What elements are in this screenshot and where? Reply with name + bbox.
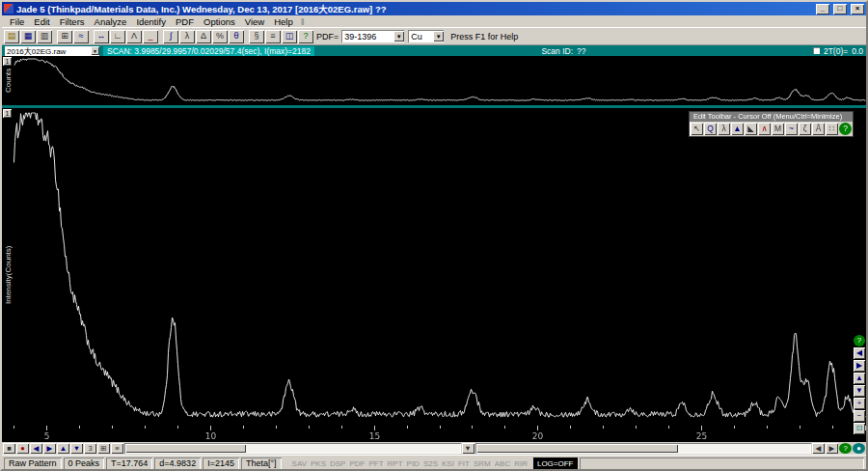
menu-filters[interactable]: Filters	[55, 16, 90, 27]
menu-help[interactable]: Help	[269, 16, 298, 27]
print-icon[interactable]: ▥	[37, 30, 52, 43]
toggle-srm[interactable]: SRM	[473, 459, 492, 468]
minimize-button[interactable]: _	[816, 4, 829, 14]
chevron-down-icon[interactable]: ▼	[433, 31, 444, 42]
edit-toolbar-window[interactable]: Edit Toolbar - Cursor Off (Menu/Ctrl=Min…	[690, 112, 853, 136]
area-fill-icon[interactable]: ◣	[745, 123, 757, 135]
overview-chart-canvas[interactable]	[14, 56, 866, 105]
smooth-icon[interactable]: ∫	[163, 30, 178, 43]
menu-options[interactable]: Options	[199, 16, 240, 27]
maximize-button[interactable]: □	[833, 4, 847, 14]
menu-dock-handle[interactable]: ‖	[298, 16, 308, 27]
scroll-right-icon[interactable]: ▶	[826, 443, 838, 454]
list-icon[interactable]: ≡	[111, 443, 123, 454]
edit-help-icon[interactable]: ?	[839, 123, 852, 135]
lambda-strip-icon[interactable]: λ	[718, 123, 730, 135]
report-icon[interactable]: ≡	[265, 30, 281, 43]
expand-down-icon[interactable]: ▼	[70, 443, 83, 454]
toggle-fit[interactable]: FIT	[457, 459, 471, 468]
menu-analyze[interactable]: Analyze	[90, 16, 132, 27]
chevron-down-icon[interactable]: ▼	[91, 46, 99, 55]
title-bar[interactable]: Jade 5 (Thinkpad/Materials Data, Inc.) W…	[2, 2, 866, 15]
record-icon[interactable]: ●	[16, 443, 29, 454]
save-icon[interactable]: ▦	[20, 30, 36, 43]
toggle-rir[interactable]: RIR	[513, 459, 529, 468]
stop-icon[interactable]: ■	[3, 443, 15, 454]
file-combobox[interactable]: 2016大02EG.raw ▼	[5, 46, 99, 56]
menu-pdf[interactable]: PDF	[171, 16, 199, 27]
angstrom-icon[interactable]: Å	[812, 123, 825, 135]
peak-label-icon[interactable]: ▲	[731, 123, 744, 135]
toggle-s2s[interactable]: S2S	[422, 459, 439, 468]
profile-fit-icon[interactable]: ∧	[758, 123, 771, 135]
edit-toolbar-title[interactable]: Edit Toolbar - Cursor Off (Menu/Ctrl=Min…	[690, 112, 853, 122]
grid-icon[interactable]: ∷	[826, 123, 838, 135]
pan-up-icon[interactable]: ▲	[854, 373, 865, 384]
background-fit-icon[interactable]: _	[143, 30, 158, 43]
horizontal-scrollbar[interactable]	[124, 443, 461, 454]
zoom-range-icon[interactable]: ↔	[94, 30, 109, 43]
delta-icon[interactable]: Δ	[196, 30, 211, 43]
zoom-mode-icon[interactable]: Q	[704, 123, 717, 135]
full-scale-icon[interactable]: ⊡	[854, 423, 865, 434]
multi-peak-icon[interactable]: M	[772, 123, 784, 135]
chart-help-icon[interactable]: ?	[854, 335, 865, 346]
log-scale-toggle[interactable]: LOG=OFF	[533, 457, 578, 470]
pan-right-icon[interactable]: ▶	[854, 360, 865, 372]
k-alpha2-icon[interactable]: λ	[179, 30, 195, 43]
live-help-icon[interactable]: ?	[839, 443, 852, 454]
percent-icon[interactable]: %	[212, 30, 228, 43]
two-theta-zero-checkbox[interactable]	[813, 47, 820, 54]
scroll-left-icon[interactable]: ◀	[812, 443, 825, 454]
chevron-down-icon[interactable]: ▼	[393, 31, 404, 42]
scan-id-value[interactable]: ??	[577, 46, 585, 56]
toolbar-help-icon[interactable]: ?	[298, 30, 313, 43]
anode-combobox[interactable]: Cu ▼	[408, 30, 444, 42]
zoom-scrollbar-thumb[interactable]	[476, 444, 678, 453]
toggle-pks[interactable]: PKS	[310, 459, 327, 468]
step-left-icon[interactable]: ◀	[30, 443, 42, 454]
pdf-database-icon[interactable]: ◫	[282, 30, 297, 43]
main-pane-marker[interactable]: 1	[3, 109, 12, 118]
toggle-abc[interactable]: ABC	[494, 459, 511, 468]
toggle-rpt[interactable]: RPT	[387, 459, 404, 468]
zoom-scrollbar[interactable]	[475, 443, 812, 454]
axes-scale-icon[interactable]: ∟	[110, 30, 125, 43]
peak-find-icon[interactable]: Λ	[126, 30, 142, 43]
two-theta-zero-value[interactable]: 0.0	[852, 46, 863, 56]
toggle-pft[interactable]: PFT	[367, 459, 384, 468]
toggle-ksi[interactable]: KSI	[441, 459, 455, 468]
pan-down-icon[interactable]: ▼	[854, 385, 865, 397]
toggle-pid[interactable]: PID	[406, 459, 420, 468]
pdf-number-combobox[interactable]: 39-1396 ▼	[341, 30, 404, 42]
pan-left-icon[interactable]: ◀	[854, 347, 865, 359]
zoom-in-icon[interactable]: +	[854, 398, 865, 409]
step-right-icon[interactable]: ▶	[43, 443, 56, 454]
refresh-icon[interactable]: ●	[853, 443, 865, 454]
scroll-dropdown-icon[interactable]: ▼	[462, 443, 475, 454]
three-pane-icon[interactable]: 3	[84, 443, 96, 454]
open-file-icon[interactable]: ▤	[4, 30, 19, 43]
scan-parameters-text: SCAN: 3.9985/29.9957/0.02029/57.4(sec), …	[103, 46, 314, 56]
wave-icon[interactable]: ~	[785, 123, 798, 135]
theta-icon[interactable]: θ	[229, 30, 244, 43]
zeta-icon[interactable]: ζ	[799, 123, 811, 135]
expand-up-icon[interactable]: ▲	[57, 443, 69, 454]
toggle-sav[interactable]: SAV	[291, 459, 308, 468]
cursor-mode-icon[interactable]: ↖	[691, 123, 703, 135]
copy-icon[interactable]: ⊞	[57, 30, 72, 43]
zoom-out-icon[interactable]: −	[854, 410, 865, 422]
tile-icon[interactable]: ⊞	[97, 443, 110, 454]
search-match-icon[interactable]: §	[249, 30, 264, 43]
scrollbar-thumb[interactable]	[125, 444, 246, 453]
overlay-pattern-icon[interactable]: ≈	[73, 30, 89, 43]
toggle-dsp[interactable]: DSP	[329, 459, 346, 468]
close-button[interactable]: ×	[851, 4, 864, 14]
menu-identify[interactable]: Identify	[131, 16, 171, 27]
menu-file[interactable]: File	[5, 16, 29, 27]
main-chart-canvas[interactable]	[14, 108, 866, 442]
menu-view[interactable]: View	[240, 16, 269, 27]
overview-pane-marker[interactable]: 1	[3, 57, 12, 66]
menu-edit[interactable]: Edit	[29, 16, 54, 27]
toggle-pdf[interactable]: PDF	[348, 459, 366, 468]
